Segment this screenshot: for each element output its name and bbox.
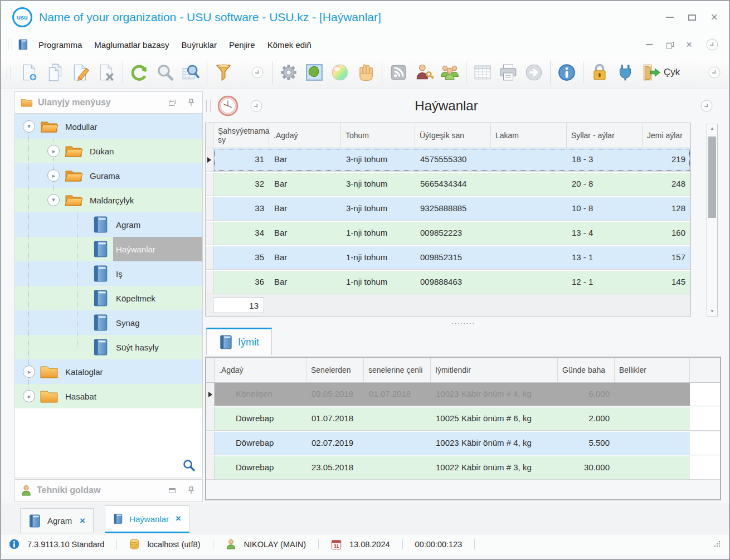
expand-icon[interactable] bbox=[23, 366, 35, 378]
column-header[interactable]: senelerine çenli bbox=[364, 358, 431, 382]
minimize-button[interactable] bbox=[666, 17, 674, 18]
forward-button[interactable] bbox=[521, 59, 547, 86]
column-header[interactable]: .Agdaý bbox=[215, 358, 306, 382]
maximize-button[interactable] bbox=[688, 14, 696, 21]
tree-item-suyt-hasyly[interactable]: Süýt hasyly bbox=[15, 335, 202, 359]
panel-restore-icon[interactable] bbox=[169, 100, 176, 105]
lock-button[interactable] bbox=[587, 59, 612, 86]
table-row[interactable]: 36 Bar 1-nji tohum 009888463 12 - 1 145 bbox=[206, 271, 690, 294]
support-panel-header[interactable]: Tehniki goldaw bbox=[14, 479, 203, 501]
menu-maglumatlar-bazasy[interactable]: Maglumatlar bazasy bbox=[88, 37, 175, 53]
exit-label[interactable]: Çyk bbox=[664, 67, 680, 78]
filter-button[interactable] bbox=[211, 59, 236, 86]
menu-komek-edin[interactable]: Kömek ediň bbox=[261, 37, 318, 53]
panel-splitter[interactable] bbox=[205, 318, 721, 328]
table-row[interactable]: Döwrebap 01.07.2018 10025 Käbir önüm # 6… bbox=[206, 407, 720, 431]
scroll-down-arrow[interactable]: ▼ bbox=[707, 307, 717, 316]
edit-record-button[interactable] bbox=[68, 59, 94, 86]
column-header[interactable]: Üýtgeşik san bbox=[415, 123, 491, 148]
column-header[interactable]: Jemi aýlar bbox=[643, 123, 690, 148]
tab-iymit[interactable]: Iýmit bbox=[206, 328, 272, 355]
tree-item-hasabat[interactable]: Hasabat bbox=[15, 384, 202, 408]
menu-buyruklar[interactable]: Buýruklar bbox=[176, 37, 223, 53]
table-row[interactable]: Döwrebap 02.07.2019 10023 Käbir önüm # 4… bbox=[206, 432, 720, 455]
doc-tab-agram[interactable]: Agram × bbox=[20, 508, 94, 533]
menu-penjire[interactable]: Penjire bbox=[223, 37, 261, 53]
menu-programma[interactable]: Programma bbox=[32, 37, 88, 53]
users-group-button[interactable] bbox=[437, 59, 463, 86]
column-header[interactable]: .Agdaý bbox=[269, 123, 341, 148]
refresh-button[interactable] bbox=[126, 59, 152, 86]
tree-search-icon[interactable] bbox=[182, 459, 196, 472]
scroll-up-arrow[interactable]: ▲ bbox=[707, 124, 717, 133]
close-button[interactable]: × bbox=[710, 13, 718, 21]
tab-close-icon[interactable]: × bbox=[176, 513, 181, 524]
tree-item-haywanlar[interactable]: Haýwanlar bbox=[15, 237, 202, 261]
doc-tab-haywanlar[interactable]: Haýwanlar × bbox=[105, 505, 189, 533]
copy-record-button[interactable] bbox=[42, 59, 68, 86]
row-marker bbox=[206, 173, 213, 196]
info-button[interactable] bbox=[554, 59, 580, 86]
resize-grip[interactable] bbox=[712, 540, 721, 549]
expand-icon[interactable] bbox=[23, 390, 35, 402]
column-header[interactable]: Senelerden bbox=[306, 358, 364, 382]
colors-button[interactable] bbox=[327, 59, 353, 86]
plug-button[interactable] bbox=[612, 59, 638, 86]
tab-close-icon[interactable]: × bbox=[80, 515, 85, 527]
rss-button[interactable] bbox=[386, 59, 411, 86]
column-header[interactable]: Şahsyýetnama sy bbox=[213, 123, 269, 148]
vertical-scrollbar[interactable]: ▲ ▼ bbox=[707, 124, 718, 316]
mdi-restore-button[interactable] bbox=[666, 42, 673, 47]
toolbar-chevron-icon[interactable] bbox=[251, 66, 264, 79]
delete-record-button[interactable] bbox=[94, 59, 119, 86]
settings-button[interactable] bbox=[276, 59, 301, 86]
column-header[interactable]: Syllar - aýlar bbox=[567, 123, 643, 148]
pin-icon[interactable] bbox=[188, 486, 194, 494]
tree-item-dukan[interactable]: Dükan bbox=[15, 139, 202, 163]
table-row[interactable]: 32 Bar 3-nji tohum 5665434344 20 - 8 248 bbox=[206, 173, 690, 196]
row-marker bbox=[206, 456, 215, 479]
tree-item-kopeltmek[interactable]: Köpeltmek bbox=[15, 286, 202, 310]
panel-maximize-icon[interactable] bbox=[169, 488, 176, 493]
main-panel: Haýwanlar Şahsyýetnama sy .Agdaý Tohum Ü… bbox=[205, 91, 721, 503]
tree-item-modullar[interactable]: Modullar bbox=[15, 114, 202, 139]
tree-item-agram[interactable]: Agram bbox=[15, 212, 202, 237]
mdi-close-button[interactable]: × bbox=[686, 41, 692, 48]
pin-icon[interactable] bbox=[188, 99, 194, 106]
tree-item-synag[interactable]: Synag bbox=[15, 310, 202, 335]
tree-item-maldarcylyk[interactable]: Maldarçylyk bbox=[15, 188, 202, 212]
print-button[interactable] bbox=[495, 59, 521, 86]
column-header[interactable]: Bellikler bbox=[615, 358, 690, 382]
mdi-chevron-icon[interactable] bbox=[705, 38, 719, 51]
expand-icon[interactable] bbox=[47, 169, 60, 182]
table-row[interactable]: Döwrebap 23.05.2018 10022 Käbir önüm # 3… bbox=[206, 456, 720, 480]
column-header[interactable]: Iýmitlendir bbox=[431, 358, 558, 382]
new-record-button[interactable] bbox=[17, 59, 42, 86]
column-header[interactable]: Tohum bbox=[341, 123, 415, 148]
table-row[interactable]: Könelişen 09.05.2018 01.07.2018 10023 Kä… bbox=[206, 383, 720, 406]
exit-button[interactable] bbox=[638, 59, 664, 86]
hand-button[interactable] bbox=[353, 59, 378, 86]
table-view-button[interactable] bbox=[470, 59, 495, 86]
map-button[interactable] bbox=[301, 59, 327, 86]
view-overflow-chevron-icon[interactable] bbox=[700, 99, 713, 113]
scroll-thumb[interactable] bbox=[708, 137, 716, 218]
column-header[interactable]: Günde baha bbox=[558, 358, 615, 382]
table-footer: 13 bbox=[205, 294, 691, 316]
column-header[interactable]: Lakam bbox=[491, 123, 567, 148]
table-row[interactable]: 34 Bar 1-nji tohum 009852223 13 - 4 160 bbox=[206, 222, 690, 245]
search-button[interactable] bbox=[152, 59, 178, 86]
tree-item-is[interactable]: Iş bbox=[15, 261, 202, 286]
user-permissions-button[interactable] bbox=[411, 59, 437, 86]
advanced-search-button[interactable] bbox=[178, 59, 203, 86]
table-row[interactable]: 33 Bar 3-nji tohum 9325888885 10 - 8 128 bbox=[206, 197, 690, 221]
mdi-minimize-button[interactable] bbox=[646, 44, 653, 45]
tree-item-kataloglar[interactable]: Kataloglar bbox=[15, 359, 202, 384]
table-row[interactable]: 35 Bar 1-nji tohum 009852315 13 - 1 157 bbox=[206, 246, 690, 270]
collapse-icon[interactable] bbox=[23, 120, 35, 133]
table-row[interactable]: 31 Bar 3-nji tohum 4575555330 18 - 3 219 bbox=[206, 148, 690, 172]
expand-icon[interactable] bbox=[47, 145, 60, 157]
toolbar-overflow-chevron-icon[interactable] bbox=[708, 66, 721, 79]
tree-item-gurama[interactable]: Gurama bbox=[15, 163, 202, 188]
collapse-icon[interactable] bbox=[47, 194, 60, 206]
